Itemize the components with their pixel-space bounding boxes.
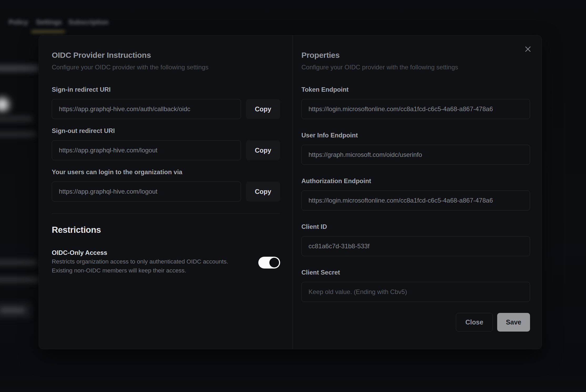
toggle-thumb (269, 258, 279, 267)
blurred-background-button-label (0, 307, 25, 313)
restrictions-heading: Restrictions (52, 224, 280, 236)
org-login-uri-label: Your users can login to the organization… (52, 168, 280, 176)
org-login-uri-input[interactable] (52, 182, 241, 202)
sign-out-redirect-uri-input[interactable] (52, 140, 241, 160)
token-endpoint-label: Token Endpoint (301, 85, 530, 94)
user-info-endpoint-label: User Info Endpoint (301, 131, 530, 140)
instructions-panel: OIDC Provider Instructions Configure you… (52, 35, 280, 349)
tab-subscription[interactable]: Subscription (68, 18, 109, 26)
properties-title: Properties (301, 50, 530, 60)
sign-in-redirect-uri-input[interactable] (52, 99, 241, 119)
oidc-only-access-toggle[interactable] (258, 257, 280, 269)
authorization-endpoint-input[interactable] (301, 190, 530, 210)
client-secret-label: Client Secret (301, 268, 530, 277)
org-login-uri-row: Copy (52, 182, 280, 202)
token-endpoint-input[interactable] (301, 99, 530, 119)
oidc-only-access-row: OIDC-Only Access Restricts organization … (52, 248, 280, 275)
blurred-background-text (0, 65, 39, 72)
oidc-only-access-description-line1: Restricts organization access to only au… (52, 257, 228, 266)
oidc-settings-dialog: OIDC Provider Instructions Configure you… (39, 35, 542, 349)
copy-org-login-uri-button[interactable]: Copy (246, 182, 280, 202)
properties-panel: Properties Configure your OIDC provider … (301, 35, 530, 349)
blurred-background-text (0, 276, 39, 283)
blurred-background-icon (0, 98, 9, 111)
oidc-only-access-label: OIDC-Only Access (52, 248, 228, 257)
blurred-background-text (0, 131, 36, 137)
blurred-background-text (0, 259, 37, 266)
user-info-endpoint-input[interactable] (301, 145, 530, 165)
tab-policy[interactable]: Policy (9, 18, 28, 26)
dialog-actions: Close Save (301, 313, 530, 332)
blurred-background-text (0, 116, 33, 122)
section-divider (52, 213, 280, 214)
instructions-subtitle: Configure your OIDC provider with the fo… (52, 63, 280, 71)
client-id-label: Client ID (301, 222, 530, 231)
oidc-only-access-description-line2: Existing non-OIDC members will keep thei… (52, 266, 228, 275)
column-divider (292, 35, 293, 349)
app-screen: Policy Settings Subscription OIDC Provid… (0, 0, 586, 392)
sign-out-redirect-uri-row: Copy (52, 140, 280, 160)
properties-subtitle: Configure your OIDC provider with the fo… (301, 63, 530, 71)
sign-out-redirect-uri-label: Sign-out redirect URI (52, 126, 280, 135)
active-tab-indicator (31, 31, 65, 33)
sign-in-redirect-uri-row: Copy (52, 99, 280, 119)
copy-sign-in-uri-button[interactable]: Copy (246, 99, 280, 119)
tab-settings[interactable]: Settings (36, 18, 62, 26)
sign-in-redirect-uri-label: Sign-in redirect URI (52, 85, 280, 94)
save-button[interactable]: Save (497, 313, 530, 332)
copy-sign-out-uri-button[interactable]: Copy (246, 140, 280, 160)
instructions-title: OIDC Provider Instructions (52, 50, 280, 60)
close-button[interactable]: Close (456, 313, 493, 332)
oidc-only-access-text: OIDC-Only Access Restricts organization … (52, 248, 228, 275)
client-id-input[interactable] (301, 236, 530, 256)
authorization-endpoint-label: Authorization Endpoint (301, 177, 530, 185)
client-secret-input[interactable] (301, 282, 530, 302)
